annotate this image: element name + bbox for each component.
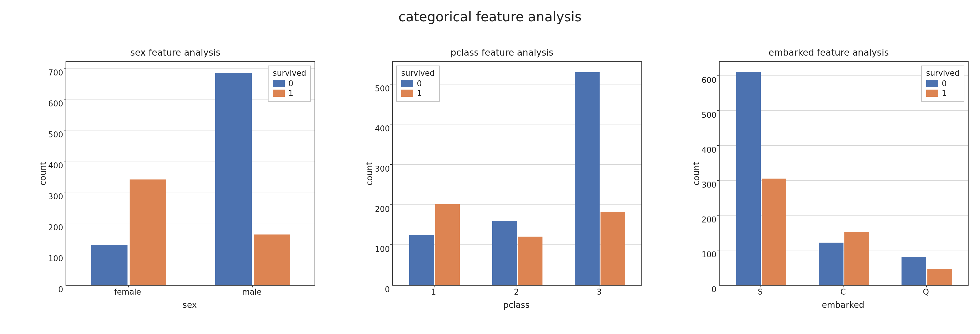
subplot-pclass: pclass feature analysiscount010020030040… xyxy=(363,48,641,310)
subplot-title: pclass feature analysis xyxy=(363,48,641,62)
legend-swatch-icon xyxy=(273,80,285,87)
legend-swatch-icon xyxy=(401,90,413,97)
legend-title: survived xyxy=(401,68,434,78)
y-tick-label: 200 xyxy=(702,215,717,224)
y-tick-label: 400 xyxy=(702,145,717,154)
x-tick-label: Q xyxy=(923,288,929,296)
x-tick-label: 3 xyxy=(597,288,602,296)
y-tick-label: 200 xyxy=(375,205,390,214)
grid-line xyxy=(393,164,641,165)
legend: survived01 xyxy=(396,65,439,102)
y-tick-label: 100 xyxy=(48,254,63,263)
subplot-embarked: embarked feature analysiscount0100200300… xyxy=(689,48,968,310)
legend-title: survived xyxy=(273,68,306,78)
x-tick-label: 2 xyxy=(514,288,519,296)
legend-item: 1 xyxy=(273,88,306,98)
y-axis-label: count xyxy=(363,62,375,286)
bar xyxy=(215,73,252,285)
y-tick-label: 500 xyxy=(375,84,390,93)
legend-swatch-icon xyxy=(926,80,938,87)
legend-item-label: 0 xyxy=(288,79,293,88)
axes: count0100200300400500600700survived01 xyxy=(36,62,315,286)
x-tick-label: S xyxy=(758,288,763,296)
legend-item: 1 xyxy=(401,88,434,98)
legend-title: survived xyxy=(926,68,959,78)
plot-area: survived01 xyxy=(392,62,641,286)
y-tick-label: 400 xyxy=(375,124,390,133)
y-tick-label: 400 xyxy=(48,161,63,170)
grid-line xyxy=(66,130,315,130)
subplot-sex: sex feature analysiscount010020030040050… xyxy=(36,48,315,310)
bar xyxy=(575,72,600,285)
y-tick-label: 500 xyxy=(702,111,717,120)
y-tick-label: 600 xyxy=(702,76,717,85)
legend-swatch-icon xyxy=(401,80,413,87)
legend: survived01 xyxy=(268,65,311,102)
y-axis-label: count xyxy=(36,62,48,286)
legend-item: 0 xyxy=(926,79,959,88)
bar xyxy=(435,204,460,285)
bar xyxy=(518,237,542,285)
legend-item-label: 1 xyxy=(417,88,422,98)
grid-line xyxy=(66,192,315,192)
y-axis-label: count xyxy=(689,62,702,286)
x-ticks: 123 xyxy=(363,286,641,299)
x-axis-label: embarked xyxy=(719,300,967,310)
figure: categorical feature analysis sex feature… xyxy=(0,0,980,334)
legend-swatch-icon xyxy=(926,90,938,97)
figure-suptitle: categorical feature analysis xyxy=(0,9,980,24)
bar xyxy=(91,245,128,285)
plot-area: survived01 xyxy=(65,62,315,286)
axes: count0100200300400500survived01 xyxy=(363,62,641,286)
y-tick-label: 100 xyxy=(375,245,390,254)
subplot-title: sex feature analysis xyxy=(36,48,315,62)
axes: count0100200300400500600survived01 xyxy=(689,62,968,286)
y-ticks: 0100200300400500600700 xyxy=(48,62,65,286)
x-tick-label: female xyxy=(114,288,142,296)
bar xyxy=(819,243,843,285)
y-tick-label: 300 xyxy=(375,164,390,173)
y-tick-label: 300 xyxy=(702,180,717,189)
y-tick-label: 100 xyxy=(702,250,717,259)
legend-item: 0 xyxy=(273,79,306,88)
bar xyxy=(928,269,952,285)
legend: survived01 xyxy=(921,65,964,102)
legend-item: 0 xyxy=(401,79,434,88)
y-tick-label: 200 xyxy=(48,223,63,232)
x-tick-label: male xyxy=(242,288,261,296)
legend-item-label: 1 xyxy=(942,88,947,98)
grid-line xyxy=(393,204,641,205)
grid-line xyxy=(393,124,641,124)
bar xyxy=(762,178,786,285)
y-tick-label: 300 xyxy=(48,192,63,201)
bar xyxy=(736,72,761,285)
grid-line xyxy=(66,223,315,223)
bar xyxy=(130,180,166,285)
x-ticks: femalemale xyxy=(36,286,315,299)
x-axis-label: pclass xyxy=(392,300,641,310)
y-ticks: 0100200300400500 xyxy=(375,62,392,286)
legend-item-label: 0 xyxy=(942,79,947,88)
y-tick-label: 600 xyxy=(48,99,63,108)
grid-line xyxy=(66,161,315,161)
y-tick-label: 700 xyxy=(48,68,63,77)
bar xyxy=(845,232,869,285)
x-tick-label: 1 xyxy=(431,288,436,296)
y-tick-label: 500 xyxy=(48,130,63,139)
bar xyxy=(492,221,517,285)
subplots-row: sex feature analysiscount010020030040050… xyxy=(36,48,968,310)
bar xyxy=(600,212,625,285)
subplot-title: embarked feature analysis xyxy=(689,48,968,62)
legend-item-label: 1 xyxy=(288,88,293,98)
y-ticks: 0100200300400500600 xyxy=(702,62,719,286)
bar xyxy=(254,234,291,285)
legend-item: 1 xyxy=(926,88,959,98)
x-ticks: SCQ xyxy=(689,286,968,299)
legend-item-label: 0 xyxy=(417,79,422,88)
x-axis-label: sex xyxy=(65,300,314,310)
bar xyxy=(902,257,926,285)
legend-swatch-icon xyxy=(273,90,285,97)
bar xyxy=(409,235,434,285)
x-tick-label: C xyxy=(840,288,846,296)
plot-area: survived01 xyxy=(719,62,968,286)
